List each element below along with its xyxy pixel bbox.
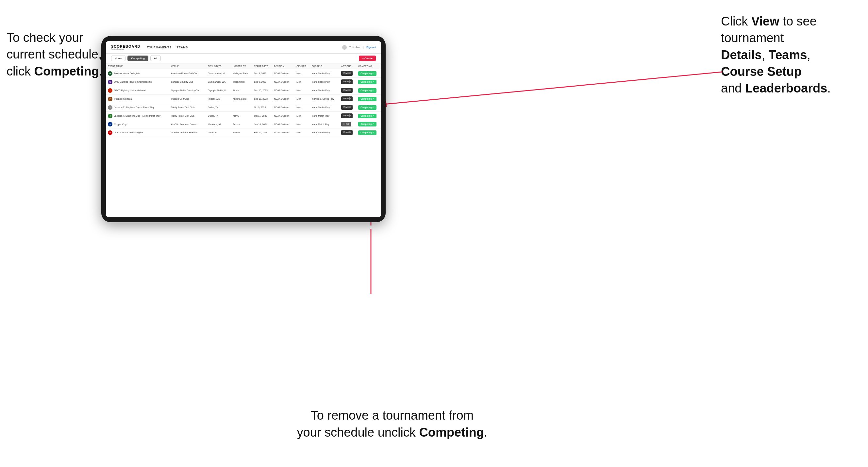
annotation-line1: To check your [6,31,83,44]
table-container: EVENT NAME VENUE CITY, STATE HOSTED BY S… [106,63,381,217]
competing-button[interactable]: Competing ✓ [358,80,376,84]
td-city-state: Dallas, TX [206,112,231,120]
tr-bold: View [751,14,779,28]
svg-line-1 [381,72,722,104]
col-competing: COMPETING [356,63,381,69]
nav-separator: | [363,46,364,49]
filter-bar: Home Competing All + Create [106,54,381,63]
td-division: NCAA Division I [272,128,295,137]
col-start-date: START DATE [252,63,272,69]
td-gender: Men [294,103,309,112]
navbar: SCOREBOARD Powered by clippi TOURNAMENTS… [106,41,381,54]
td-hosted-by: ABAC [231,112,252,120]
filter-competing-btn[interactable]: Competing [127,56,148,61]
td-city-state: Olympia Fields, IL [206,86,231,95]
col-actions: ACTIONS [339,63,356,69]
td-gender: Men [294,69,309,78]
event-name-text: Copper Cup [114,123,126,125]
filter-all-btn[interactable]: All [150,56,161,61]
table-header-row: EVENT NAME VENUE CITY, STATE HOSTED BY S… [106,63,381,69]
filter-home-btn[interactable]: Home [111,56,125,61]
tr-details: Details [721,48,762,62]
tr-leaderboards: Leaderboards [745,82,827,95]
view-button[interactable]: View ⓘ [341,114,352,118]
td-hosted-by: Arizona State [231,95,252,103]
td-actions: View ⓘ [339,128,356,137]
td-actions: View ⓘ [339,95,356,103]
competing-button[interactable]: Competing ✓ [358,88,376,93]
bottom-line2-bold: Competing [419,426,484,439]
table-body: MFolds of Honor CollegiateAmerican Dunes… [106,69,381,137]
td-competing: Competing ✓ [356,112,381,120]
td-event-name: PPapago Individual [106,95,169,103]
td-scoring: team, Stroke Play [310,86,339,95]
td-division: NCAA Division I [272,103,295,112]
td-city-state: Lihue, HI [206,128,231,137]
td-event-name: W2023 Sahalee Players Championship [106,78,169,86]
tablet-screen: SCOREBOARD Powered by clippi TOURNAMENTS… [106,41,381,217]
edit-button[interactable]: ✏ Edit [341,122,351,126]
event-name-text: John A. Burns Intercollegiate [114,131,143,134]
view-button[interactable]: View ⓘ [341,105,352,110]
view-button[interactable]: View ⓘ [341,71,352,76]
td-event-name: JJackson T. Stephens Cup – Men's Match P… [106,112,169,120]
logo-sub: Powered by clippi [111,49,140,50]
signout-link[interactable]: Sign out [366,46,376,49]
td-actions: View ⓘ [339,103,356,112]
view-button[interactable]: View ⓘ [341,80,352,84]
td-start-date: Oct 11, 2023 [252,112,272,120]
table-row: HJohn A. Burns IntercollegiateOcean Cour… [106,128,381,137]
td-start-date: Oct 9, 2023 [252,103,272,112]
table-row: PPapago IndividualPapago Golf ClubPhoeni… [106,95,381,103]
event-name-text: Folds of Honor Collegiate [114,72,140,74]
td-hosted-by: Arizona [231,120,252,128]
view-button[interactable]: View ⓘ [341,88,352,93]
annotation-line3-prefix: click [6,64,34,78]
td-gender: Men [294,78,309,86]
td-actions: View ⓘ [339,78,356,86]
competing-button[interactable]: Competing ✓ [358,130,376,135]
tr-teams: Teams [769,48,807,62]
competing-button[interactable]: Competing ✓ [358,122,376,126]
view-button[interactable]: View ⓘ [341,130,352,135]
nav-teams[interactable]: TEAMS [177,46,188,49]
td-hosted-by: Washington [231,78,252,86]
td-city-state: Dallas, TX [206,103,231,112]
create-button[interactable]: + Create [359,56,376,61]
td-division: NCAA Division I [272,86,295,95]
td-venue: Trinity Forest Golf Club [169,112,206,120]
view-button[interactable]: View ⓘ [341,96,352,101]
user-label: Test User [349,46,361,49]
event-name-text: OFCC Fighting Illini Invitational [114,89,146,92]
tr-course: Course Setup [721,65,802,79]
td-start-date: Jan 14, 2024 [252,120,272,128]
competing-button[interactable]: Competing ✓ [358,71,376,76]
td-division: NCAA Division I [272,112,295,120]
td-start-date: Sep 9, 2023 [252,78,272,86]
table-row: MFolds of Honor CollegiateAmerican Dunes… [106,69,381,78]
td-venue: American Dunes Golf Club [169,69,206,78]
user-icon [342,45,347,50]
td-actions: View ⓘ [339,69,356,78]
nav-tournaments[interactable]: TOURNAMENTS [147,46,171,49]
scoreboard-logo: SCOREBOARD Powered by clippi [111,45,140,50]
td-scoring: team, Match Play [310,120,339,128]
event-name-text: Jackson T. Stephens Cup – Stroke Play [114,106,154,108]
td-actions: View ⓘ [339,112,356,120]
col-venue: VENUE [169,63,206,69]
tr-suffix: to see [779,14,817,28]
td-gender: Men [294,86,309,95]
td-event-name: MFolds of Honor Collegiate [106,69,169,78]
td-division: NCAA Division I [272,69,295,78]
nav-right: Test User | Sign out [342,45,376,50]
td-venue: Ocean Course At Hokuala [169,128,206,137]
td-competing: Competing ✓ [356,95,381,103]
annotation-line3-bold: Competing [34,64,99,78]
table-row: IOFCC Fighting Illini InvitationalOlympi… [106,86,381,95]
table-row: W2023 Sahalee Players ChampionshipSahale… [106,78,381,86]
col-gender: GENDER [294,63,309,69]
competing-button[interactable]: Competing ✓ [358,105,376,110]
annotation-bottom: To remove a tournament from your schedul… [278,407,506,441]
competing-button[interactable]: Competing ✓ [358,114,376,118]
competing-button[interactable]: Competing ✓ [358,97,376,101]
